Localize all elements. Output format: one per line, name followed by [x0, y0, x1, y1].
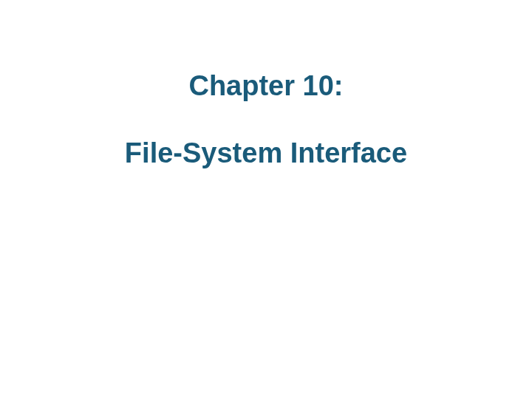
chapter-title: File-System Interface	[0, 137, 532, 169]
chapter-label: Chapter 10:	[0, 70, 532, 102]
slide-container: Chapter 10: File-System Interface	[0, 0, 532, 399]
